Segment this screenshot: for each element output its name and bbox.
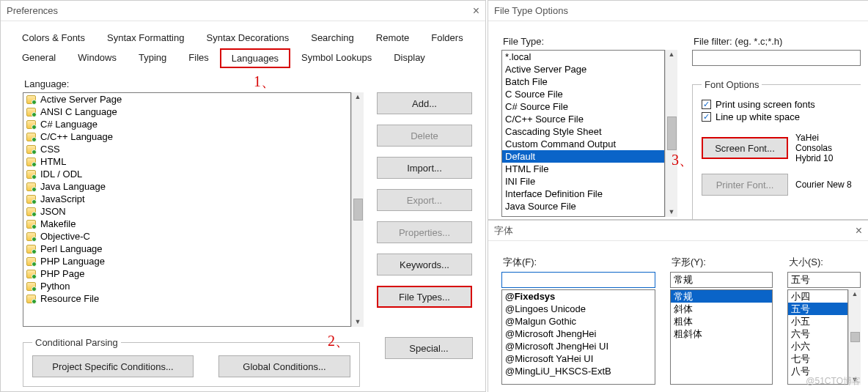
list-item[interactable]: 斜体 — [671, 303, 772, 315]
font-input[interactable] — [501, 272, 655, 288]
list-item[interactable]: 七号 — [788, 352, 847, 365]
size-scrollbar[interactable]: ▲ ▼ — [848, 289, 861, 385]
language-item[interactable]: CSS — [23, 143, 350, 155]
screen-font-button[interactable]: Screen Font... — [702, 137, 788, 159]
printer-font-button[interactable]: Printer Font... — [702, 174, 788, 196]
filetype-item[interactable]: Active Server Page — [502, 63, 664, 75]
scroll-thumb[interactable] — [353, 199, 363, 221]
list-item[interactable]: @Malgun Gothic — [502, 315, 655, 328]
close-icon[interactable]: × — [473, 5, 479, 17]
filetype-item[interactable]: INI File — [502, 175, 664, 188]
tab-syntax-decorations[interactable]: Syntax Decorations — [195, 29, 300, 47]
filefilter-input[interactable] — [692, 50, 861, 66]
size-listbox[interactable]: 小四五号小五六号小六七号八号 — [787, 289, 848, 385]
language-item[interactable]: Makefile — [23, 218, 350, 230]
properties-button[interactable]: Properties... — [377, 221, 472, 243]
filetype-item[interactable]: C Source File — [502, 88, 664, 100]
language-item[interactable]: Active Server Page — [23, 93, 350, 106]
font-options-fieldset: Font Options ✓Print using screen fonts ✓… — [692, 79, 861, 225]
size-input[interactable] — [787, 272, 861, 288]
special-button[interactable]: Special... — [385, 337, 473, 359]
list-item[interactable]: @Lingoes Unicode — [502, 303, 655, 315]
language-item[interactable]: PHP Language — [23, 255, 350, 267]
list-item[interactable]: 五号 — [788, 303, 847, 315]
filetype-listbox[interactable]: *.localActive Server PageBatch FileC Sou… — [501, 50, 665, 217]
list-item[interactable]: @MingLiU_HKSCS-ExtB — [502, 365, 655, 377]
export-button[interactable]: Export... — [377, 189, 472, 211]
style-input[interactable] — [670, 272, 773, 288]
filetype-item[interactable]: Batch File — [502, 75, 664, 88]
tab-files[interactable]: Files — [177, 48, 219, 68]
list-item[interactable]: 小六 — [788, 340, 847, 352]
filetype-item[interactable]: Interface Definition File — [502, 188, 664, 200]
close-icon[interactable]: × — [856, 225, 862, 237]
filetype-scrollbar[interactable]: ▲ ▼ — [665, 50, 677, 217]
filetype-item[interactable]: Custom Command Output — [502, 138, 664, 150]
list-item[interactable]: 六号 — [788, 328, 847, 340]
tab-colors-fonts[interactable]: Colors & Fonts — [11, 29, 96, 47]
list-item[interactable]: @Microsoft JhengHei — [502, 328, 655, 340]
list-item[interactable]: @Microsoft YaHei UI — [502, 352, 655, 365]
keywords-button[interactable]: Keywords... — [377, 254, 472, 275]
language-scrollbar[interactable]: ▲ ▼ — [351, 92, 364, 327]
scroll-down-icon[interactable]: ▼ — [669, 209, 675, 215]
lineup-whitespace-checkbox[interactable]: ✓Line up white space — [702, 111, 852, 122]
list-item[interactable]: 粗斜体 — [671, 328, 772, 340]
list-item[interactable]: @Microsoft JhengHei UI — [502, 340, 655, 352]
file-icon — [26, 108, 36, 117]
language-item[interactable]: Resource File — [23, 292, 350, 305]
file-icon — [26, 245, 36, 254]
list-item[interactable]: 粗体 — [671, 315, 772, 328]
filetype-item[interactable]: C# Source File — [502, 100, 664, 113]
language-item[interactable]: HTML — [23, 155, 350, 168]
language-item[interactable]: Python — [23, 280, 350, 292]
tab-symbol-lookups[interactable]: Symbol Lookups — [290, 48, 383, 68]
scroll-up-icon[interactable]: ▲ — [355, 94, 361, 100]
filetype-item[interactable]: Default — [502, 150, 664, 163]
add-button[interactable]: Add... — [377, 92, 472, 114]
language-item[interactable]: Java Language — [23, 180, 350, 193]
delete-button[interactable]: Delete — [377, 125, 472, 147]
tab-languages[interactable]: Languages — [220, 48, 290, 68]
list-item[interactable]: 小四 — [788, 290, 847, 303]
scroll-down-icon[interactable]: ▼ — [355, 319, 361, 325]
global-conditions-button[interactable]: Global Conditions... — [218, 355, 350, 377]
tab-general[interactable]: General — [11, 48, 67, 68]
tab-folders[interactable]: Folders — [420, 29, 474, 47]
language-item[interactable]: ANSI C Language — [23, 106, 350, 118]
filetype-item[interactable]: HTML File — [502, 163, 664, 175]
file-icon — [26, 207, 36, 216]
language-item[interactable]: JSON — [23, 205, 350, 218]
tab-remote[interactable]: Remote — [365, 29, 421, 47]
language-item[interactable]: C# Language — [23, 118, 350, 130]
scroll-up-icon[interactable]: ▲ — [669, 51, 675, 58]
font-listbox[interactable]: @Fixedsys@Lingoes Unicode@Malgun Gothic@… — [501, 289, 655, 385]
language-item[interactable]: PHP Page — [23, 267, 350, 280]
tab-windows[interactable]: Windows — [67, 48, 128, 68]
language-item[interactable]: Objective-C — [23, 230, 350, 243]
file-types-button[interactable]: File Types... — [377, 286, 472, 308]
list-item[interactable]: 小五 — [788, 315, 847, 328]
language-listbox[interactable]: Active Server PageANSI C LanguageC# Lang… — [23, 92, 351, 327]
style-listbox[interactable]: 常规斜体粗体粗斜体 — [670, 289, 773, 385]
tab-display[interactable]: Display — [383, 48, 436, 68]
project-conditions-button[interactable]: Project Specific Conditions... — [32, 355, 194, 377]
language-item[interactable]: C/C++ Language — [23, 130, 350, 143]
scroll-up-icon[interactable]: ▲ — [852, 291, 858, 297]
language-item[interactable]: IDL / ODL — [23, 168, 350, 180]
filetype-item[interactable]: Java Source File — [502, 200, 664, 212]
list-item[interactable]: @Fixedsys — [502, 290, 655, 303]
language-item[interactable]: Perl Language — [23, 243, 350, 255]
list-item[interactable]: 常规 — [671, 290, 772, 303]
filetype-item[interactable]: C/C++ Source File — [502, 113, 664, 125]
scroll-thumb[interactable] — [850, 332, 860, 342]
language-item[interactable]: JavaScript — [23, 193, 350, 205]
tab-syntax-formatting[interactable]: Syntax Formatting — [96, 29, 196, 47]
filetype-item[interactable]: Cascading Style Sheet — [502, 125, 664, 138]
import-button[interactable]: Import... — [377, 157, 472, 179]
filetype-item[interactable]: *.local — [502, 51, 664, 63]
print-screen-fonts-checkbox[interactable]: ✓Print using screen fonts — [702, 99, 852, 110]
tab-typing[interactable]: Typing — [128, 48, 177, 68]
tab-searching[interactable]: Searching — [300, 29, 365, 47]
scroll-thumb[interactable] — [667, 117, 677, 150]
